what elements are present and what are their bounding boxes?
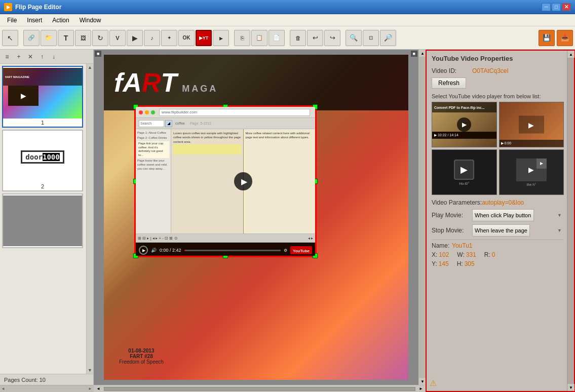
x-label: X: bbox=[432, 251, 437, 258]
panel-scrollbar[interactable]: ▲ ▼ bbox=[567, 51, 574, 391]
menu-action[interactable]: Action bbox=[47, 16, 74, 25]
vimeo-button[interactable]: V bbox=[109, 30, 126, 46]
minimize-button[interactable]: ─ bbox=[542, 3, 551, 11]
canvas-page: f A R T MAGA bbox=[104, 55, 408, 380]
scroll-up-arrow[interactable]: ▲ bbox=[87, 64, 94, 71]
video-id-value: O0TAtCq3ceI bbox=[472, 67, 509, 74]
refresh-media-button[interactable]: ↻ bbox=[92, 30, 108, 46]
name-row: Name: YouTu1 bbox=[432, 242, 564, 249]
panel-scroll-up[interactable]: ▲ bbox=[567, 51, 574, 58]
canvas-hscroll[interactable]: ◄ ► bbox=[94, 385, 426, 392]
divider bbox=[432, 240, 564, 240]
video-play-overlay[interactable]: ▶ bbox=[234, 172, 252, 190]
link-tool-button[interactable]: 🔗 bbox=[23, 30, 40, 46]
video-thumb-3[interactable]: ▶ Ho-t0° bbox=[432, 149, 497, 195]
image-tool-button[interactable]: 🖼 bbox=[75, 30, 91, 46]
redo-button[interactable]: ↪ bbox=[324, 30, 340, 46]
canvas-hscroll-left[interactable]: ◄ bbox=[95, 385, 102, 393]
name-field-label: Name: bbox=[432, 242, 452, 249]
canvas-hscroll-thumb[interactable] bbox=[104, 387, 415, 391]
pages-toolbar: ≡ + ✕ ↑ ↓ bbox=[0, 50, 93, 64]
refresh-button[interactable]: Refresh bbox=[432, 77, 466, 89]
youtube-video-element[interactable]: www.flipbuilder.com Search ◢ coffee Page… bbox=[134, 105, 317, 257]
scroll-right-arrow[interactable]: ► bbox=[88, 386, 92, 391]
thumb1-play-icon: ▶ bbox=[457, 117, 471, 132]
more-button[interactable]: ▸ bbox=[213, 30, 229, 46]
panel-scroll-down[interactable]: ▼ bbox=[567, 384, 574, 391]
undo-button[interactable]: ↩ bbox=[307, 30, 323, 46]
text-tool-button[interactable]: T bbox=[58, 30, 74, 46]
menu-window[interactable]: Window bbox=[74, 16, 106, 25]
y-value: 145 bbox=[439, 260, 453, 267]
page-thumb-1[interactable]: fART MAGAZINE ▶ 1 bbox=[2, 66, 83, 128]
canvas-scroll-down[interactable]: ▼ bbox=[419, 378, 426, 385]
play-movie-select-wrap[interactable]: When click Play button When enter the pa… bbox=[472, 209, 564, 221]
audio-button[interactable]: ♪ bbox=[144, 30, 160, 46]
save-as-button[interactable]: 📥 bbox=[557, 30, 573, 46]
x-value: 102 bbox=[439, 251, 453, 258]
video-player-inner: www.flipbuilder.com Search ◢ coffee Page… bbox=[136, 107, 315, 256]
video-book-view: Lorem ipsum coffee text sample with high… bbox=[171, 129, 315, 233]
save-button[interactable]: 💾 bbox=[539, 30, 555, 46]
page-thumb-image-3 bbox=[3, 195, 82, 246]
maximize-button[interactable]: □ bbox=[552, 3, 561, 11]
right-panel: ✕ YouTube Video Properties Video ID: O0T… bbox=[426, 50, 575, 392]
zoom-out-button[interactable]: 🔎 bbox=[380, 30, 396, 46]
page-thumb-image-1: fART MAGAZINE ▶ bbox=[3, 68, 82, 119]
pages-hscroll[interactable]: ◄ ► bbox=[0, 385, 93, 392]
flash-button[interactable]: ✦ bbox=[161, 30, 177, 46]
video-play-button[interactable]: ▶ bbox=[139, 246, 148, 255]
menu-file[interactable]: File bbox=[2, 16, 22, 25]
youtube-logo: YouTube bbox=[290, 246, 312, 254]
video-main-content: Page 1: About Coffee Page 2: Coffee Drin… bbox=[136, 129, 315, 233]
scroll-down-arrow[interactable]: ▼ bbox=[87, 367, 94, 374]
warning-icon: ⚠ bbox=[430, 378, 437, 388]
image-folder-button[interactable]: 📁 bbox=[41, 30, 57, 46]
stop-movie-select[interactable]: When leave the page When click Stop bbox=[472, 224, 530, 237]
move-page-up-button[interactable]: ↑ bbox=[37, 52, 47, 62]
page-header: f A R T MAGA bbox=[104, 55, 408, 110]
date-text: 01-08-2013 bbox=[119, 348, 164, 354]
scroll-left-arrow[interactable]: ◄ bbox=[1, 386, 5, 391]
ok-button[interactable]: OK bbox=[178, 30, 195, 46]
paste-special-button[interactable]: 📄 bbox=[269, 30, 285, 46]
page-thumb-3[interactable] bbox=[2, 193, 83, 248]
y-coord: Y: 145 bbox=[432, 260, 453, 267]
video-sidebar-results: Page 1: About Coffee Page 2: Coffee Drin… bbox=[136, 129, 171, 233]
play-movie-select[interactable]: When click Play button When enter the pa… bbox=[472, 209, 534, 221]
w-value: 331 bbox=[466, 251, 480, 258]
video-thumb-2[interactable]: ▶ ▶ 0:00 bbox=[499, 102, 564, 147]
app-title: Flip Page Editor bbox=[15, 4, 61, 11]
issue-text: FART #28 bbox=[119, 354, 164, 359]
r-value: 0 bbox=[492, 251, 506, 258]
youtube-button[interactable]: ▶YT bbox=[196, 30, 212, 46]
video-thumb-4[interactable]: ▶ ▶ the h° bbox=[499, 149, 564, 195]
close-button[interactable]: ✕ bbox=[562, 3, 571, 11]
canvas-hscroll-right[interactable]: ► bbox=[417, 385, 425, 393]
page-bottom-text: 01-08-2013 FART #28 Freedom of Speech bbox=[119, 348, 164, 365]
video-thumb-1[interactable]: Convert PDF to Face-flip inc... ▶ ▶ 10:2… bbox=[432, 102, 497, 147]
video-button[interactable]: ▶ bbox=[127, 30, 143, 46]
copy-button[interactable]: ⎘ bbox=[234, 30, 250, 46]
play-movie-label: Play Movie: bbox=[432, 212, 472, 219]
canvas-vscroll[interactable]: ▲ ▼ bbox=[418, 50, 426, 385]
stop-movie-select-wrap[interactable]: When leave the page When click Stop bbox=[472, 224, 564, 237]
page-number-1: 1 bbox=[41, 120, 44, 126]
menu-insert[interactable]: Insert bbox=[22, 16, 47, 25]
title-bar: ▶ Flip Page Editor ─ □ ✕ bbox=[0, 0, 575, 14]
canvas-main: ■ ■ f A R T MAGA bbox=[94, 50, 426, 385]
delete-page-button[interactable]: ✕ bbox=[25, 52, 35, 62]
add-page-button[interactable]: + bbox=[14, 52, 24, 62]
pages-scrollbar[interactable]: ▲ ▼ bbox=[86, 64, 93, 374]
x-coord: X: 102 bbox=[432, 251, 453, 258]
zoom-in-button[interactable]: 🔍 bbox=[346, 30, 362, 46]
page-thumb-2[interactable]: door1000 2 bbox=[2, 130, 83, 191]
canvas-scroll-up[interactable]: ▲ bbox=[419, 50, 426, 57]
video-params-row: Video Parameters: autoplay=0&loo bbox=[432, 199, 564, 206]
select-tool-button[interactable]: ↖ bbox=[2, 30, 18, 46]
paste-button[interactable]: 📋 bbox=[251, 30, 267, 46]
move-page-down-button[interactable]: ↓ bbox=[49, 52, 59, 62]
fit-page-button[interactable]: ⊡ bbox=[363, 30, 379, 46]
video-params-label: Video Parameters: bbox=[432, 199, 482, 206]
delete-button[interactable]: 🗑 bbox=[290, 30, 306, 46]
